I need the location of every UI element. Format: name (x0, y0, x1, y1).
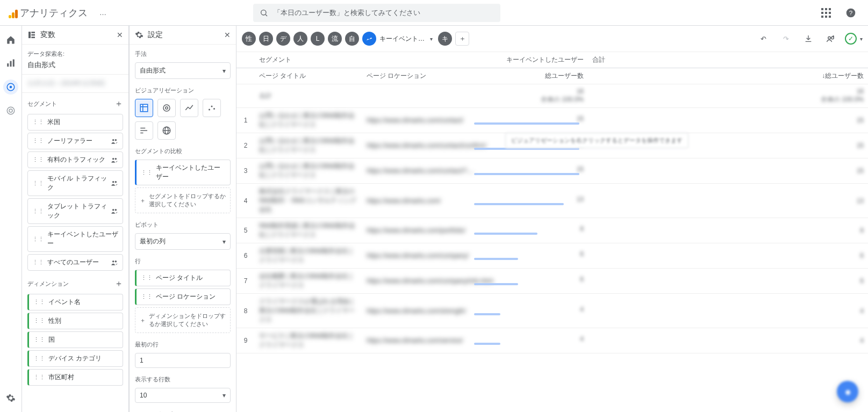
cell-users: 13 (470, 184, 588, 218)
seg-cmp-dropzone[interactable]: ＋セグメントをドロップするか選択してください (135, 187, 231, 213)
tab-pill[interactable]: 性 (242, 32, 256, 46)
exp-name-label: データ探索名: (22, 45, 128, 60)
dimension-chip[interactable]: ⋮⋮性別 (27, 313, 123, 329)
col-page-title[interactable]: ページ タイトル (255, 68, 362, 84)
assistant-fab[interactable]: ◉ (837, 381, 858, 402)
caret-down-icon: ▾ (223, 67, 226, 75)
top-bar: アナリティクス … 「本日のユーザー数」と検索してみてください ? (0, 0, 868, 26)
dimension-chip[interactable]: ⋮⋮イベント名 (27, 294, 123, 310)
segment-chip[interactable]: ⋮⋮ノーリファラー (27, 133, 123, 149)
pivot-select[interactable]: 最初の列 ▾ (135, 233, 231, 250)
svg-point-33 (115, 260, 117, 262)
table-row[interactable]: 9サービス | 東京のWeb制作会社 | クライマークスhttps://www.… (236, 328, 868, 353)
cell-total-users: 6 (588, 243, 868, 269)
svg-rect-23 (31, 37, 35, 38)
download-icon[interactable] (800, 30, 817, 47)
table-row[interactable]: 7会社概要 | 東京のWeb制作会社 | クライマークスhttps://www.… (236, 269, 868, 294)
col-total-users[interactable]: ↓総ユーザー数 (588, 68, 868, 84)
cell-users: 15 (470, 158, 588, 184)
start-row-input[interactable]: 1 (135, 353, 231, 368)
help-icon[interactable]: ? (842, 4, 859, 21)
segment-chip[interactable]: ⋮⋮米国 (27, 114, 123, 131)
rail-advertising[interactable] (3, 103, 18, 118)
table-row[interactable]: 8クライマークスが選ばれる理由 | 東京のWeb制作会社 | クライマークスht… (236, 294, 868, 328)
col-page-location[interactable]: ページ ロケーション (362, 68, 470, 84)
col-users[interactable]: 総ユーザー数 (470, 68, 588, 84)
caret-down-icon: ▾ (223, 238, 226, 245)
date-range[interactable]: 11月11日～2024年12月8日 (27, 79, 123, 88)
table-row[interactable]: 4株式会社クライマークス | 東京のWeb制作・Webコンサルティング会社htt… (236, 184, 868, 218)
svg-point-41 (213, 108, 215, 110)
viz-line[interactable] (180, 99, 198, 117)
tab-pill[interactable]: 人 (293, 32, 307, 46)
table-row[interactable]: 5Web制作実績 | 東京のWeb制作会社 | クライマークスhttps://w… (236, 218, 868, 243)
add-segment[interactable]: ＋ (114, 98, 123, 110)
viz-geo[interactable] (157, 121, 176, 140)
svg-rect-2 (821, 8, 823, 10)
dimension-chip[interactable]: ⋮⋮市区町村 (27, 369, 123, 386)
rail-admin[interactable] (3, 391, 18, 406)
show-rows-select[interactable]: 10 ▾ (135, 388, 231, 403)
dimension-chip[interactable]: ⋮⋮デバイス カテゴリ (27, 350, 123, 367)
rail-reports[interactable] (3, 56, 18, 71)
variables-title: 変数 (40, 30, 55, 40)
cell-users: 6 (470, 269, 588, 294)
tab-add[interactable]: ＋ (455, 32, 469, 46)
tab-pill[interactable]: 流 (328, 32, 342, 46)
tab-pill[interactable]: 日 (259, 32, 273, 46)
segment-chip[interactable]: ⋮⋮タブレット トラフィック (27, 198, 123, 224)
tab-extra[interactable]: キ (438, 32, 452, 46)
dimensions-label: ディメンション (27, 280, 69, 288)
account-switcher[interactable]: … (94, 9, 112, 17)
status-ok-icon[interactable]: ✓ (845, 33, 857, 45)
segment-chip[interactable]: ⋮⋮キーイベントしたユーザー (27, 226, 123, 252)
apps-icon[interactable] (817, 4, 835, 21)
table-row[interactable]: 3お問い合わせ | 東京のWeb制作会社 | クライマークスhttps://ww… (236, 158, 868, 184)
viz-bar[interactable] (135, 121, 153, 140)
rows-label: 行 (130, 252, 236, 268)
rail-home[interactable] (3, 32, 18, 47)
redo-icon[interactable]: ↷ (777, 30, 794, 47)
viz-donut[interactable] (157, 99, 176, 117)
drag-handle-icon: ⋮⋮ (33, 317, 45, 324)
svg-rect-5 (821, 12, 823, 14)
svg-point-37 (163, 105, 170, 111)
undo-icon[interactable]: ↶ (755, 30, 772, 47)
svg-point-27 (115, 157, 117, 160)
svg-point-48 (828, 37, 831, 39)
method-select[interactable]: 自由形式 ▾ (135, 62, 231, 79)
cell-total-users: 4 (588, 294, 868, 328)
viz-scatter[interactable] (203, 99, 221, 117)
svg-rect-34 (140, 104, 148, 112)
segment-chip[interactable]: ⋮⋮有料のトラフィック (27, 151, 123, 168)
settings-title: 設定 (148, 30, 163, 40)
row-dimension-chip[interactable]: ⋮⋮ページ タイトル (135, 270, 231, 286)
method-label: 手法 (130, 45, 236, 60)
tab-menu-caret[interactable]: ▾ (430, 36, 433, 42)
status-caret[interactable]: ▾ (860, 36, 863, 42)
dimension-chip[interactable]: ⋮⋮国 (27, 331, 123, 348)
close-variables[interactable]: ✕ (117, 31, 123, 39)
viz-table[interactable] (135, 99, 153, 117)
exp-name[interactable]: 自由形式 (22, 60, 128, 74)
add-dimension[interactable]: ＋ (114, 278, 123, 290)
search-bar[interactable]: 「本日のユーザー数」と検索してみてください (253, 4, 500, 22)
cell-page-location: https://www.climarks.com/contact/?.... (362, 158, 470, 184)
row-dimension-chip[interactable]: ⋮⋮ページ ロケーション (135, 288, 231, 305)
tab-pill[interactable]: 自 (345, 32, 359, 46)
seg-cmp-chip[interactable]: ⋮⋮ キーイベントしたユーザー (135, 160, 231, 185)
share-icon[interactable] (822, 30, 840, 47)
table-row[interactable]: 1お問い合わせ | 東京のWeb制作会社 | クライマークスhttps://ww… (236, 108, 868, 133)
people-icon (111, 138, 118, 145)
tab-pill[interactable]: L (311, 32, 325, 46)
table-row[interactable]: 6企業情報 | 東京のWeb制作会社 | クライマークスhttps://www.… (236, 243, 868, 269)
tab-active[interactable]: キーイベント… ▾ (362, 32, 435, 46)
segment-chip[interactable]: ⋮⋮すべてのユーザー (27, 254, 123, 271)
tab-pill[interactable]: デ (276, 32, 290, 46)
rail-explore[interactable] (3, 79, 18, 95)
variables-panel: 変数 ✕ データ探索名: 自由形式 11月11日～2024年12月8日 セグメン… (21, 26, 129, 412)
segment-chip[interactable]: ⋮⋮モバイル トラフィック (27, 170, 123, 196)
cell-users: 15 (470, 108, 588, 133)
rows-dropzone[interactable]: ＋ディメンションをドロップするか選択してください (135, 307, 231, 333)
close-settings[interactable]: ✕ (224, 31, 231, 39)
